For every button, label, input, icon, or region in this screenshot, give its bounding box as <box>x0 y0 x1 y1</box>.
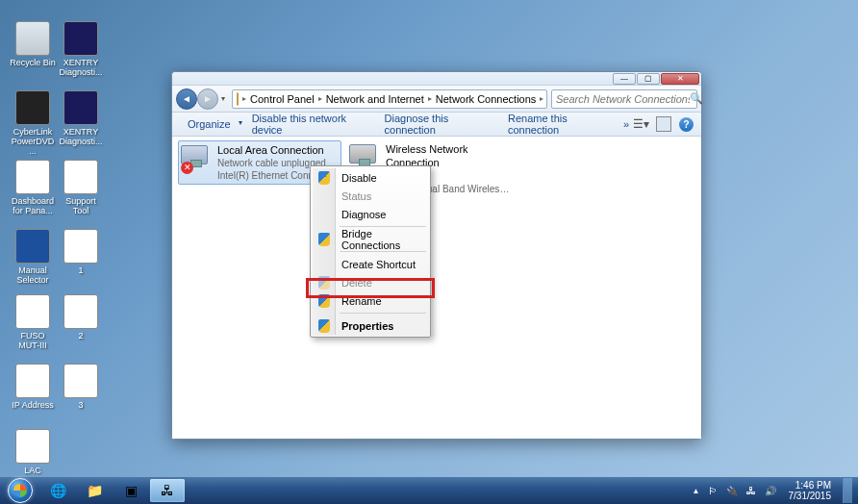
search-input[interactable] <box>556 93 690 105</box>
help-icon[interactable]: ? <box>679 117 694 132</box>
shield-icon <box>316 232 332 247</box>
connection-name: Local Area Connection <box>217 143 339 157</box>
organize-menu[interactable]: Organize <box>180 118 244 130</box>
icon-label: FUSO MUT-III <box>8 332 58 351</box>
desktop-icon[interactable]: 3 <box>56 364 106 411</box>
desktop-icon[interactable]: IP Address <box>8 364 58 411</box>
icon-label: CyberLink PowerDVD ... <box>8 128 58 157</box>
app-icon <box>15 429 50 464</box>
context-menu: Disable Status Diagnose Bridge Connectio… <box>310 165 431 338</box>
icon-label: IP Address <box>8 401 58 411</box>
toolbar-overflow[interactable]: » <box>619 118 633 130</box>
desktop-icon[interactable]: Manual Selector <box>8 229 58 286</box>
minimize-button[interactable]: — <box>613 73 636 85</box>
tray-overflow-icon[interactable]: ▲ <box>693 487 700 495</box>
start-button[interactable] <box>2 478 38 503</box>
icon-label: 3 <box>56 401 106 411</box>
disable-device-button[interactable]: Disable this network device <box>244 113 377 136</box>
desktop: Recycle BinXENTRY Diagnosti...CyberLink … <box>0 0 858 477</box>
breadcrumb[interactable]: ▸ Control Panel ▸ Network and Internet ▸… <box>232 89 547 109</box>
volume-icon[interactable]: 🔊 <box>764 484 777 497</box>
taskbar: 🌐 📁 ▣ 🖧 ▲ 🏳 🔌 🖧 🔊 1:46 PM 7/31/2015 <box>0 477 858 504</box>
view-options-icon[interactable]: ☰▾ <box>633 116 648 132</box>
app-icon <box>63 364 98 398</box>
icon-label: Recycle Bin <box>8 59 58 68</box>
power-icon[interactable]: 🔌 <box>725 484 739 497</box>
desktop-icon[interactable]: LAC <box>8 429 58 476</box>
chevron-right-icon: ▸ <box>540 94 543 103</box>
desktop-icon[interactable]: XENTRY Diagnosti... <box>56 21 106 78</box>
chevron-right-icon: ▸ <box>318 94 322 103</box>
desktop-icon[interactable]: Recycle Bin <box>8 21 58 68</box>
maximize-button[interactable]: ▢ <box>637 73 660 85</box>
back-button[interactable]: ◄ <box>176 88 197 110</box>
content-area: ✕ Local Area Connection Network cable un… <box>172 137 701 439</box>
action-center-icon[interactable]: 🏳 <box>706 484 719 497</box>
date-text: 7/31/2015 <box>789 491 832 501</box>
desktop-icon[interactable]: CyberLink PowerDVD ... <box>8 90 58 157</box>
close-button[interactable]: ✕ <box>661 73 699 85</box>
menu-item-shortcut[interactable]: Create Shortcut <box>313 255 428 273</box>
desktop-icon[interactable]: FUSO MUT-III <box>8 294 58 351</box>
taskbar-explorer[interactable]: 📁 <box>77 479 112 502</box>
nav-history-dropdown[interactable]: ▾ <box>218 88 228 110</box>
system-tray: ▲ 🏳 🔌 🖧 🔊 1:46 PM 7/31/2015 <box>689 478 856 503</box>
nav-toolbar: ◄ ► ▾ ▸ Control Panel ▸ Network and Inte… <box>172 86 701 113</box>
menu-item-disable[interactable]: Disable <box>313 168 428 187</box>
shield-icon <box>316 293 332 309</box>
app-icon <box>63 90 98 125</box>
taskbar-network-window[interactable]: 🖧 <box>150 479 185 502</box>
menu-item-properties[interactable]: Properties <box>313 316 428 335</box>
menu-label: Disable <box>341 172 377 184</box>
breadcrumb-item[interactable]: Control Panel <box>250 93 315 105</box>
desktop-icon[interactable]: XENTRY Diagnosti... <box>56 90 106 147</box>
icon-label: XENTRY Diagnosti... <box>56 59 106 78</box>
icon-label: 1 <box>56 266 106 276</box>
shield-icon <box>316 318 332 334</box>
network-connections-window: — ▢ ✕ ◄ ► ▾ ▸ Control Panel ▸ Network an… <box>171 71 702 440</box>
rename-connection-button[interactable]: Rename this connection <box>500 113 619 136</box>
diagnose-connection-button[interactable]: Diagnose this connection <box>377 113 500 136</box>
menu-separator <box>340 251 426 252</box>
search-icon[interactable]: 🔍 <box>690 92 703 105</box>
menu-item-bridge[interactable]: Bridge Connections <box>313 230 428 248</box>
preview-pane-icon[interactable] <box>656 116 671 132</box>
menu-label: Properties <box>341 320 393 332</box>
shield-icon <box>316 170 332 186</box>
desktop-icon[interactable]: Support Tool <box>56 160 106 216</box>
show-desktop-button[interactable] <box>843 478 852 503</box>
search-box[interactable]: 🔍 <box>551 89 697 109</box>
menu-label: Create Shortcut <box>341 259 416 270</box>
network-adapter-icon: ✕ <box>181 143 212 174</box>
icon-label: Support Tool <box>56 197 106 216</box>
breadcrumb-item[interactable]: Network Connections <box>436 93 537 105</box>
app-icon <box>63 229 98 264</box>
network-tray-icon[interactable]: 🖧 <box>744 484 758 497</box>
error-badge-icon: ✕ <box>181 162 193 174</box>
menu-separator <box>340 313 426 314</box>
app-icon <box>15 294 50 329</box>
folder-icon <box>237 92 239 106</box>
desktop-icon[interactable]: Dashboard for Pana... <box>8 160 58 216</box>
app-icon <box>63 160 98 194</box>
window-titlebar: — ▢ ✕ <box>172 72 701 86</box>
menu-item-rename[interactable]: Rename <box>313 291 428 310</box>
icon-label: 2 <box>56 332 106 341</box>
command-toolbar: Organize Disable this network device Dia… <box>172 113 701 137</box>
desktop-icon[interactable]: 1 <box>56 229 106 276</box>
menu-item-diagnose[interactable]: Diagnose <box>313 205 428 223</box>
menu-label: Rename <box>341 295 382 307</box>
taskbar-app[interactable]: ▣ <box>114 479 148 502</box>
desktop-icon[interactable]: 2 <box>56 294 106 341</box>
menu-label: Status <box>341 190 371 202</box>
forward-button[interactable]: ► <box>197 88 218 110</box>
taskbar-ie[interactable]: 🌐 <box>40 479 75 502</box>
icon-label: LAC <box>8 466 58 476</box>
icon-label: Manual Selector <box>8 266 58 286</box>
app-icon <box>63 294 98 329</box>
menu-label: Bridge Connections <box>341 228 428 251</box>
menu-item-delete: Delete <box>313 273 428 291</box>
breadcrumb-item[interactable]: Network and Internet <box>326 93 424 105</box>
chevron-right-icon: ▸ <box>428 94 432 103</box>
clock[interactable]: 1:46 PM 7/31/2015 <box>783 480 838 501</box>
